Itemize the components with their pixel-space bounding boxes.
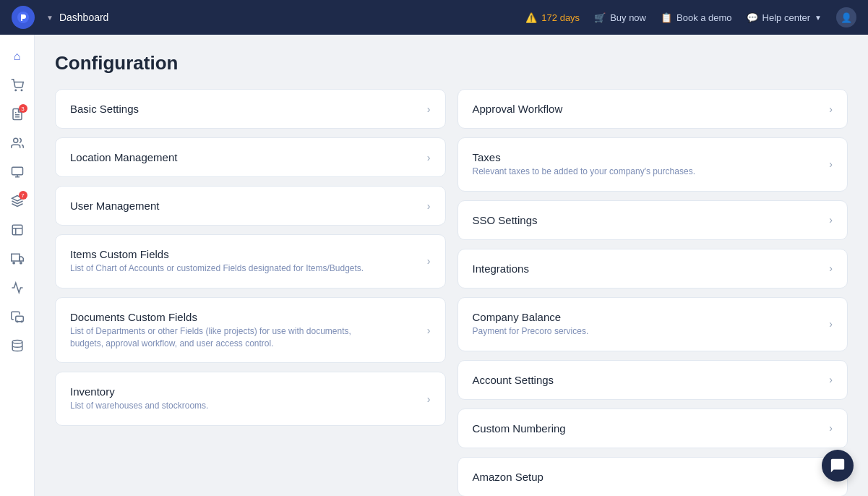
config-card-taxes[interactable]: Taxes Relevant taxes to be added to your… xyxy=(457,137,848,192)
config-card-documents-custom-fields[interactable]: Documents Custom Fields List of Departme… xyxy=(55,297,446,364)
sidebar-item-delivery[interactable] xyxy=(4,246,30,272)
demo-icon: 📋 xyxy=(661,12,672,23)
config-card-location-management[interactable]: Location Management › xyxy=(55,137,446,177)
home-icon: ⌂ xyxy=(14,50,21,63)
breadcrumb-label: Dashboard xyxy=(59,12,109,23)
config-right-column: Approval Workflow › Taxes Relevant taxes… xyxy=(457,89,848,496)
sidebar-item-users[interactable] xyxy=(4,130,30,156)
orders-badge: 3 xyxy=(19,104,27,113)
help-center-button[interactable]: 💬 Help center ▼ xyxy=(747,12,822,23)
svg-point-2 xyxy=(21,90,22,91)
chevron-right-icon-taxes: › xyxy=(829,158,833,170)
app-logo xyxy=(12,6,35,29)
config-left-column: Basic Settings › Location Management › U… xyxy=(55,89,446,496)
trial-days: 172 days xyxy=(541,12,580,23)
card-title-documents-custom-fields: Documents Custom Fields xyxy=(70,311,374,323)
warning-icon: ⚠️ xyxy=(525,12,537,23)
card-content-custom-numbering: Custom Numbering xyxy=(473,422,566,435)
user-avatar[interactable]: 👤 xyxy=(836,7,856,27)
card-title-items-custom-fields: Items Custom Fields xyxy=(70,248,364,260)
chat-bubble[interactable] xyxy=(822,450,854,482)
svg-point-11 xyxy=(21,321,22,322)
card-title-location-management: Location Management xyxy=(70,151,177,163)
card-title-company-balance: Company Balance xyxy=(473,311,589,323)
card-desc-documents-custom-fields: List of Departments or other Fields (lik… xyxy=(70,325,374,350)
book-demo-label: Book a demo xyxy=(676,12,732,23)
help-chevron-icon: ▼ xyxy=(815,14,822,22)
chevron-right-icon-documents-custom-fields: › xyxy=(427,325,431,336)
card-content-user-management: User Management xyxy=(70,200,159,212)
card-content-company-balance: Company Balance Payment for Precoro serv… xyxy=(473,311,589,338)
svg-point-1 xyxy=(15,90,17,91)
chevron-right-icon-custom-numbering: › xyxy=(829,422,833,434)
chevron-right-icon-user-management: › xyxy=(427,200,431,212)
chevron-right-icon-basic-settings: › xyxy=(427,103,431,115)
config-card-amazon-setup[interactable]: Amazon Setup › xyxy=(457,457,848,496)
sidebar-item-orders[interactable]: 3 xyxy=(4,101,30,127)
card-title-inventory: Inventory xyxy=(70,385,208,398)
chevron-right-icon-account-settings: › xyxy=(829,374,833,385)
svg-point-10 xyxy=(17,321,18,322)
card-content-sso-settings: SSO Settings xyxy=(473,214,538,226)
card-content-basic-settings: Basic Settings xyxy=(70,103,139,115)
app-layout: ⌂ 3 xyxy=(0,35,868,496)
config-card-basic-settings[interactable]: Basic Settings › xyxy=(55,89,446,129)
config-card-custom-numbering[interactable]: Custom Numbering › xyxy=(457,409,848,448)
user-icon: 👤 xyxy=(841,12,852,23)
page-title: Configuration xyxy=(55,52,848,74)
card-content-inventory: Inventory List of warehouses and stockro… xyxy=(70,385,208,412)
card-title-basic-settings: Basic Settings xyxy=(70,103,139,115)
card-content-items-custom-fields: Items Custom Fields List of Chart of Acc… xyxy=(70,248,364,275)
config-card-inventory[interactable]: Inventory List of warehouses and stockro… xyxy=(55,372,446,426)
config-card-user-management[interactable]: User Management › xyxy=(55,186,446,226)
svg-point-12 xyxy=(12,341,22,344)
buy-now-label: Buy now xyxy=(610,12,646,23)
card-content-amazon-setup: Amazon Setup xyxy=(473,471,543,483)
chevron-right-icon-location-management: › xyxy=(427,152,431,163)
card-content-approval-workflow: Approval Workflow xyxy=(473,103,563,115)
config-card-sso-settings[interactable]: SSO Settings › xyxy=(457,200,848,240)
trial-warning[interactable]: ⚠️ 172 days xyxy=(525,12,580,23)
card-desc-items-custom-fields: List of Chart of Accounts or customized … xyxy=(70,262,364,275)
card-content-location-management: Location Management xyxy=(70,151,177,163)
svg-rect-7 xyxy=(12,225,22,235)
sidebar-item-truck[interactable] xyxy=(4,304,30,330)
card-title-approval-workflow: Approval Workflow xyxy=(473,103,563,115)
card-title-integrations: Integrations xyxy=(473,262,529,275)
sidebar-item-invoices[interactable]: 7 xyxy=(4,188,30,214)
chevron-right-icon-items-custom-fields: › xyxy=(427,255,431,267)
sidebar-item-analytics[interactable] xyxy=(4,275,30,301)
config-card-integrations[interactable]: Integrations › xyxy=(457,249,848,288)
card-desc-taxes: Relevant taxes to be added to your compa… xyxy=(473,166,695,178)
sidebar-item-reports[interactable] xyxy=(4,217,30,243)
config-card-approval-workflow[interactable]: Approval Workflow › xyxy=(457,89,848,129)
sidebar-item-database[interactable] xyxy=(4,333,30,359)
top-navigation: ▼ Dashboard ⚠️ 172 days 🛒 Buy now 📋 Book… xyxy=(0,0,868,35)
card-desc-company-balance: Payment for Precoro services. xyxy=(473,325,589,338)
sidebar-item-home[interactable]: ⌂ xyxy=(4,43,30,69)
config-card-items-custom-fields[interactable]: Items Custom Fields List of Chart of Acc… xyxy=(55,234,446,288)
chevron-right-icon-integrations: › xyxy=(829,262,833,274)
help-icon: 💬 xyxy=(747,12,758,23)
sidebar: ⌂ 3 xyxy=(0,35,35,496)
chevron-right-icon-sso-settings: › xyxy=(829,214,833,226)
config-card-account-settings[interactable]: Account Settings › xyxy=(457,360,848,400)
card-content-documents-custom-fields: Documents Custom Fields List of Departme… xyxy=(70,311,374,350)
card-title-sso-settings: SSO Settings xyxy=(473,214,538,226)
chevron-right-icon-approval-workflow: › xyxy=(829,103,833,115)
cart-icon: 🛒 xyxy=(594,12,606,23)
config-card-company-balance[interactable]: Company Balance Payment for Precoro serv… xyxy=(457,297,848,351)
card-desc-inventory: List of warehouses and stockrooms. xyxy=(70,400,208,412)
card-content-integrations: Integrations xyxy=(473,262,529,275)
help-center-label: Help center xyxy=(762,12,810,23)
card-title-taxes: Taxes xyxy=(473,151,695,163)
breadcrumb[interactable]: ▼ Dashboard xyxy=(46,12,108,23)
card-title-amazon-setup: Amazon Setup xyxy=(473,471,543,483)
buy-now-button[interactable]: 🛒 Buy now xyxy=(594,12,646,23)
breadcrumb-chevron: ▼ xyxy=(46,14,53,22)
book-demo-button[interactable]: 📋 Book a demo xyxy=(661,12,732,23)
card-content-taxes: Taxes Relevant taxes to be added to your… xyxy=(473,151,695,178)
sidebar-item-purchase[interactable] xyxy=(4,159,30,185)
chevron-right-icon-inventory: › xyxy=(427,393,431,405)
sidebar-item-shopping[interactable] xyxy=(4,72,30,98)
